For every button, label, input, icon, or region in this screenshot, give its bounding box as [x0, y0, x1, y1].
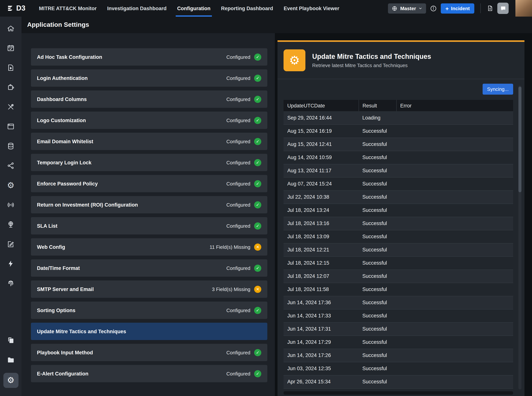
share-network-icon[interactable]: [3, 157, 18, 175]
table-row[interactable]: Jul 22, 2024 10:38Successful: [284, 190, 513, 204]
nav-reporting-dashboard[interactable]: Reporting Dashboard: [216, 0, 278, 17]
setting-status-text: Configured: [226, 350, 250, 355]
master-label: Master: [400, 6, 416, 11]
scrollbar-thumb[interactable]: [518, 87, 521, 192]
col-error[interactable]: Error: [396, 100, 513, 111]
setting-item[interactable]: Enforce Password PolicyConfigured✓: [31, 175, 267, 192]
setting-label: Dashboard Columns: [37, 96, 87, 102]
table-row[interactable]: Aug 13, 2024 11:17Successful: [284, 164, 513, 177]
table-row[interactable]: Jun 14, 2024 17:31Successful: [284, 322, 513, 336]
nav-configuration[interactable]: Configuration: [172, 0, 216, 17]
chat-icon[interactable]: [497, 3, 509, 14]
setting-label: Web Config: [37, 244, 65, 250]
table-row[interactable]: Jul 18, 2024 13:09Successful: [284, 230, 513, 243]
nav-mitre-att-ck-monitor[interactable]: MITRE ATT&CK Monitor: [34, 0, 102, 17]
user-avatar[interactable]: [515, 0, 532, 17]
setting-item[interactable]: SMTP Server and Email3 Field(s) Missing✕: [31, 280, 267, 298]
setting-status-text: Configured: [226, 181, 250, 186]
setting-status-text: 3 Field(s) Missing: [212, 286, 250, 292]
setting-item[interactable]: Login AuthenticationConfigured✓: [31, 69, 267, 87]
table-row[interactable]: Jul 18, 2024 13:16Successful: [284, 217, 513, 230]
setting-label: Date/Time Format: [37, 265, 80, 271]
check-icon: ✓: [254, 159, 261, 166]
database-icon[interactable]: [3, 137, 18, 155]
main-area: ⚙: [0, 17, 532, 396]
table-row[interactable]: Aug 15, 2024 16:19Successful: [284, 124, 513, 138]
api-gear-icon[interactable]: ⚙: [3, 176, 18, 194]
app-logo[interactable]: D3: [7, 4, 25, 12]
col-updateutcdate[interactable]: UpdateUTCDate: [284, 100, 359, 111]
table-row[interactable]: Jul 18, 2024 12:21Successful: [284, 243, 513, 256]
table-row[interactable]: Jun 14, 2024 17:29Successful: [284, 336, 513, 349]
setting-status-text: Configured: [226, 96, 250, 102]
setting-item[interactable]: Update Mitre Tactics and Techniques: [31, 323, 267, 340]
setting-item[interactable]: Sorting OptionsConfigured✓: [31, 302, 267, 319]
setting-item[interactable]: Playbook Input MethodConfigured✓: [31, 344, 267, 361]
setting-item[interactable]: Email Domain WhitelistConfigured✓: [31, 133, 267, 150]
info-icon[interactable]: [430, 5, 437, 12]
setting-label: Temporary Login Lock: [37, 160, 91, 165]
table-row[interactable]: Apr 26, 2024 15:34Successful: [284, 375, 513, 388]
window-icon[interactable]: [3, 118, 18, 135]
setting-status-text: Configured: [226, 54, 250, 60]
check-icon: ✓: [254, 75, 261, 82]
check-icon: ✓: [254, 201, 261, 208]
setting-status: Configured✓: [226, 180, 261, 187]
setting-item[interactable]: Date/Time FormatConfigured✓: [31, 259, 267, 277]
table-row[interactable]: Jun 14, 2024 17:33Successful: [284, 309, 513, 322]
chevron-down-icon: [419, 6, 422, 10]
puzzle-icon[interactable]: [3, 78, 18, 96]
setting-item[interactable]: Ad Hoc Task ConfigurationConfigured✓: [31, 48, 267, 66]
setting-status: Configured✓: [226, 222, 261, 229]
table-row[interactable]: Aug 14, 2024 10:59Successful: [284, 151, 513, 164]
home-icon[interactable]: [3, 20, 18, 37]
setting-item[interactable]: Temporary Login LockConfigured✓: [31, 154, 267, 171]
document-icon[interactable]: [487, 5, 494, 12]
setting-label: Email Domain Whitelist: [37, 139, 93, 144]
lightning-icon[interactable]: [3, 255, 18, 273]
table-row[interactable]: Jun 14, 2024 17:36Successful: [284, 296, 513, 309]
form-edit-icon[interactable]: [3, 235, 18, 253]
table-row[interactable]: Jun 03, 2024 12:35Successful: [284, 362, 513, 375]
setting-item[interactable]: Dashboard ColumnsConfigured✓: [31, 90, 267, 108]
table-row[interactable]: Aug 07, 2024 15:24Successful: [284, 177, 513, 190]
table-row[interactable]: Jul 18, 2024 12:07Successful: [284, 269, 513, 283]
copy-pages-icon[interactable]: [3, 331, 18, 349]
page-title: Application Settings: [27, 21, 89, 29]
setting-status-text: Configured: [226, 160, 250, 165]
incident-label: Incident: [451, 6, 470, 11]
globe-stand-icon[interactable]: [3, 216, 18, 233]
setting-item[interactable]: E-Alert ConfigurationConfigured✓: [31, 365, 267, 382]
table-row[interactable]: Jul 18, 2024 13:24Successful: [284, 204, 513, 217]
table-row[interactable]: Sep 29, 2024 16:44Loading: [284, 111, 513, 124]
check-icon: ✓: [254, 370, 261, 377]
table-row[interactable]: Aug 15, 2024 12:41Successful: [284, 138, 513, 151]
syncing-button[interactable]: Syncing...: [483, 84, 513, 95]
error-icon: ✕: [254, 243, 261, 250]
master-dropdown[interactable]: Master: [388, 3, 426, 13]
settings-gear-icon[interactable]: ⚙: [3, 373, 18, 388]
setting-item[interactable]: Logo CustomizationConfigured✓: [31, 111, 267, 129]
fingerprint-icon[interactable]: [3, 274, 18, 292]
table-row[interactable]: Jun 14, 2024 17:26Successful: [284, 349, 513, 362]
setting-label: Update Mitre Tactics and Techniques: [37, 329, 126, 334]
col-result[interactable]: Result: [359, 100, 396, 111]
document-play-icon[interactable]: [3, 59, 18, 76]
horizontal-scrollbar[interactable]: [284, 391, 513, 395]
setting-item[interactable]: SLA ListConfigured✓: [31, 217, 267, 234]
setting-item[interactable]: Return on Investment (ROI) Configuration…: [31, 196, 267, 213]
check-icon: ✓: [254, 53, 261, 60]
nav-event-playbook-viewer[interactable]: Event Playbook Viewer: [278, 0, 345, 17]
folder-icon[interactable]: [3, 351, 18, 368]
add-incident-button[interactable]: + Incident: [441, 3, 474, 13]
table-row[interactable]: Jul 18, 2024 11:58Successful: [284, 283, 513, 296]
table-row[interactable]: Jul 18, 2024 12:15Successful: [284, 256, 513, 269]
setting-item[interactable]: Web Config11 Field(s) Missing✕: [31, 238, 267, 256]
broadcast-icon[interactable]: [3, 196, 18, 214]
setting-status-text: Configured: [226, 307, 250, 313]
vertical-scrollbar[interactable]: [518, 86, 521, 389]
calendar-check-icon[interactable]: [3, 39, 18, 57]
tools-icon[interactable]: [3, 98, 18, 116]
nav-investigation-dashboard[interactable]: Investigation Dashboard: [102, 0, 172, 17]
check-icon: ✓: [254, 138, 261, 145]
